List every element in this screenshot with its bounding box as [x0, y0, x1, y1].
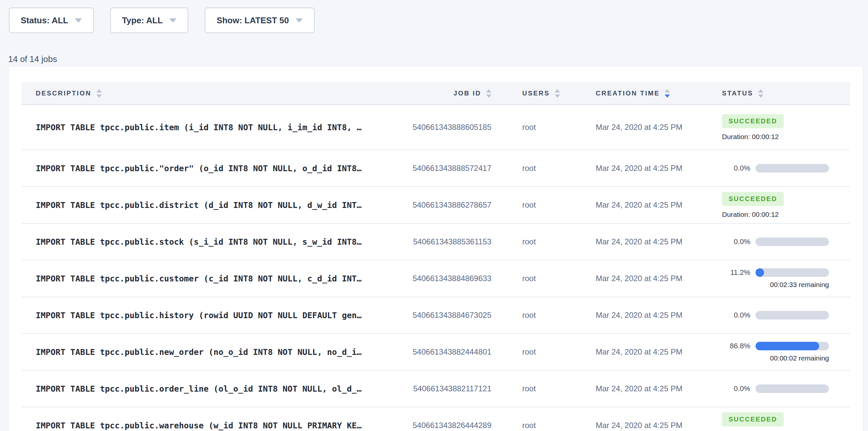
job-creation-time: Mar 24, 2020 at 4:25 PM: [567, 334, 693, 370]
progress-bar: [755, 311, 829, 319]
job-status-cell: 0.0%: [693, 223, 850, 260]
table-row[interactable]: IMPORT TABLE tpcc.public.history (rowid …: [22, 297, 850, 334]
job-user: root: [491, 297, 567, 334]
jobs-table: DESCRIPTION JOB ID USERS CREATION T: [22, 82, 850, 431]
chevron-down-icon: [169, 19, 177, 23]
progress-bar: [755, 164, 829, 173]
job-id: 540661343884673025: [393, 297, 491, 334]
job-description[interactable]: IMPORT TABLE tpcc.public.customer (c_id …: [22, 260, 393, 297]
job-user: root: [491, 223, 567, 260]
sort-asc-icon[interactable]: [555, 89, 560, 92]
sort-icon[interactable]: [555, 89, 560, 98]
sort-desc-icon[interactable]: [555, 94, 560, 98]
job-creation-time: Mar 24, 2020 at 4:25 PM: [567, 187, 693, 223]
table-row[interactable]: IMPORT TABLE tpcc.public.order_line (ol_…: [22, 370, 850, 407]
sort-icon[interactable]: [486, 89, 491, 98]
sort-icon[interactable]: [664, 89, 670, 98]
status-progress: 0.0%: [722, 164, 850, 173]
job-status-cell: 0.0%: [693, 150, 850, 187]
status-badge: SUCCEEDED: [722, 114, 784, 128]
table-row[interactable]: IMPORT TABLE tpcc.public.customer (c_id …: [22, 260, 850, 297]
show-filter-label: Show: LATEST 50: [217, 16, 289, 26]
job-status-cell: 86.8% 00:00:02 remaining: [693, 334, 850, 370]
column-header-status[interactable]: STATUS: [693, 82, 850, 105]
chevron-down-icon: [75, 19, 82, 23]
job-creation-time: Mar 24, 2020 at 4:25 PM: [567, 297, 693, 334]
status-progress: 86.8% 00:00:02 remaining: [722, 342, 850, 362]
job-status-cell: SUCCEEDED Duration: 00:00:08: [693, 407, 850, 431]
status-succeeded: SUCCEEDED Duration: 00:00:08: [722, 412, 850, 431]
column-header-creation_time[interactable]: CREATION TIME: [567, 82, 693, 105]
status-badge: SUCCEEDED: [722, 192, 784, 206]
jobs-table-card: DESCRIPTION JOB ID USERS CREATION T: [9, 67, 863, 431]
progress-percent: 0.0%: [722, 311, 750, 319]
job-description[interactable]: IMPORT TABLE tpcc.public."order" (o_id I…: [22, 150, 393, 187]
job-id: 540661343888572417: [393, 150, 491, 187]
sort-asc-icon[interactable]: [486, 89, 491, 92]
job-status-cell: SUCCEEDED Duration: 00:00:12: [693, 105, 850, 150]
table-row[interactable]: IMPORT TABLE tpcc.public.stock (s_i_id I…: [22, 223, 850, 260]
sort-desc-icon[interactable]: [664, 94, 670, 98]
job-id: 540661343884869633: [393, 260, 491, 297]
job-description[interactable]: IMPORT TABLE tpcc.public.order_line (ol_…: [22, 370, 393, 407]
table-row[interactable]: IMPORT TABLE tpcc.public.warehouse (w_id…: [22, 407, 850, 431]
job-creation-time: Mar 24, 2020 at 4:25 PM: [567, 407, 693, 431]
show-filter-dropdown[interactable]: Show: LATEST 50: [205, 7, 315, 33]
job-id: 540661343886278657: [393, 187, 491, 223]
job-status-cell: 0.0%: [693, 297, 850, 334]
sort-asc-icon[interactable]: [664, 89, 670, 92]
progress-bar: [755, 238, 829, 246]
job-id: 540661343826444289: [393, 407, 491, 431]
sort-desc-icon[interactable]: [486, 94, 491, 98]
status-duration: Duration: 00:00:12: [722, 133, 779, 141]
table-row[interactable]: IMPORT TABLE tpcc.public."order" (o_id I…: [22, 150, 850, 187]
sort-asc-icon[interactable]: [96, 89, 102, 92]
column-header-label: USERS: [522, 90, 550, 97]
filter-bar: Status: ALL Type: ALL Show: LATEST 50: [0, 0, 868, 33]
column-header-users[interactable]: USERS: [491, 82, 567, 105]
status-badge: SUCCEEDED: [722, 412, 784, 426]
job-user: root: [491, 105, 567, 150]
job-user: root: [491, 334, 567, 370]
sort-icon[interactable]: [96, 89, 102, 98]
job-description[interactable]: IMPORT TABLE tpcc.public.stock (s_i_id I…: [22, 223, 393, 260]
job-status-cell: 0.0%: [693, 370, 850, 407]
sort-desc-icon[interactable]: [758, 94, 763, 98]
table-row[interactable]: IMPORT TABLE tpcc.public.district (d_id …: [22, 187, 850, 223]
status-progress: 11.2% 00:02:33 remaining: [722, 268, 850, 289]
job-status-cell: SUCCEEDED Duration: 00:00:12: [693, 187, 850, 223]
table-row[interactable]: IMPORT TABLE tpcc.public.item (i_id INT8…: [22, 105, 850, 150]
status-succeeded: SUCCEEDED Duration: 00:00:12: [722, 114, 850, 141]
sort-asc-icon[interactable]: [758, 89, 763, 92]
job-description[interactable]: IMPORT TABLE tpcc.public.history (rowid …: [22, 297, 393, 334]
sort-desc-icon[interactable]: [96, 94, 102, 98]
chevron-down-icon: [296, 19, 303, 23]
sort-icon[interactable]: [758, 89, 763, 98]
jobs-page: { "filters": { "status": { "label": "Sta…: [0, 0, 868, 431]
progress-remaining: 00:00:02 remaining: [722, 354, 829, 362]
progress-remaining: 00:02:33 remaining: [722, 281, 829, 289]
type-filter-dropdown[interactable]: Type: ALL: [110, 7, 188, 33]
status-succeeded: SUCCEEDED Duration: 00:00:12: [722, 192, 850, 218]
column-header-label: CREATION TIME: [596, 90, 660, 97]
progress-bar: [755, 384, 829, 393]
status-progress: 0.0%: [722, 384, 850, 393]
status-filter-dropdown[interactable]: Status: ALL: [9, 7, 94, 33]
status-duration: Duration: 00:00:12: [722, 211, 779, 218]
job-creation-time: Mar 24, 2020 at 4:25 PM: [567, 223, 693, 260]
progress-percent: 0.0%: [722, 384, 750, 393]
progress-percent: 11.2%: [722, 268, 750, 277]
column-header-job_id[interactable]: JOB ID: [393, 82, 491, 105]
progress-percent: 0.0%: [722, 238, 750, 246]
job-description[interactable]: IMPORT TABLE tpcc.public.district (d_id …: [22, 187, 393, 223]
status-filter-label: Status: ALL: [21, 16, 68, 26]
progress-bar-fill: [755, 342, 819, 350]
table-row[interactable]: IMPORT TABLE tpcc.public.new_order (no_o…: [22, 334, 850, 370]
job-description[interactable]: IMPORT TABLE tpcc.public.new_order (no_o…: [22, 334, 393, 370]
jobs-count: 14 of 14 jobs: [8, 54, 868, 64]
column-header-description[interactable]: DESCRIPTION: [22, 82, 393, 105]
job-id: 540661343882444801: [393, 334, 491, 370]
progress-bar-fill: [755, 268, 764, 277]
job-description[interactable]: IMPORT TABLE tpcc.public.item (i_id INT8…: [22, 105, 393, 150]
job-description[interactable]: IMPORT TABLE tpcc.public.warehouse (w_id…: [22, 407, 393, 431]
